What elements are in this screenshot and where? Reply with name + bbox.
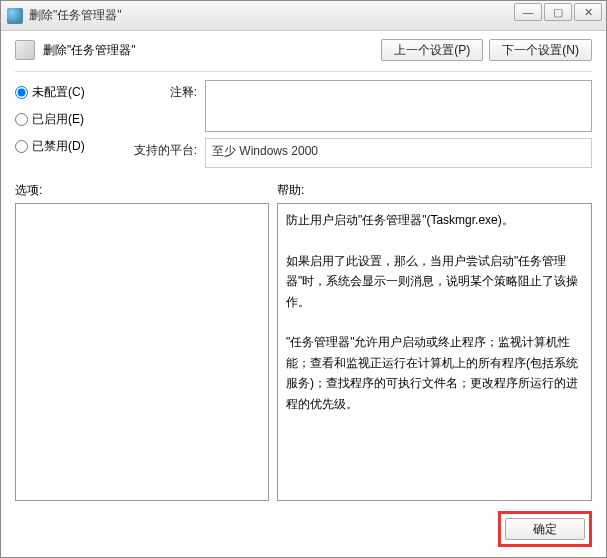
options-column: 选项: xyxy=(15,182,269,501)
state-radio-group: 未配置(C) 已启用(E) 已禁用(D) xyxy=(15,80,115,168)
policy-icon xyxy=(15,40,35,60)
radio-disabled-input[interactable] xyxy=(15,140,28,153)
platform-box: 至少 Windows 2000 xyxy=(205,138,592,168)
divider xyxy=(15,71,592,72)
policy-dialog: 删除"任务管理器" — ▢ ✕ 删除"任务管理器" 上一个设置(P) 下一个设置… xyxy=(0,0,607,558)
radio-disabled[interactable]: 已禁用(D) xyxy=(15,138,115,155)
page-title: 删除"任务管理器" xyxy=(43,42,381,59)
window-title: 删除"任务管理器" xyxy=(29,7,122,24)
nav-buttons: 上一个设置(P) 下一个设置(N) xyxy=(381,39,592,61)
next-setting-button[interactable]: 下一个设置(N) xyxy=(489,39,592,61)
app-icon xyxy=(7,8,23,24)
window-controls: — ▢ ✕ xyxy=(514,3,602,21)
header-row: 删除"任务管理器" 上一个设置(P) 下一个设置(N) xyxy=(15,39,592,61)
radio-not-configured-input[interactable] xyxy=(15,86,28,99)
prev-setting-button[interactable]: 上一个设置(P) xyxy=(381,39,483,61)
content-area: 删除"任务管理器" 上一个设置(P) 下一个设置(N) 未配置(C) 已启用(E… xyxy=(1,31,606,557)
help-column: 帮助: 防止用户启动"任务管理器"(Taskmgr.exe)。 如果启用了此设置… xyxy=(277,182,592,501)
radio-not-configured[interactable]: 未配置(C) xyxy=(15,84,115,101)
platform-row: 支持的平台: 至少 Windows 2000 xyxy=(127,138,592,168)
close-button[interactable]: ✕ xyxy=(574,3,602,21)
fields-column: 注释: 支持的平台: 至少 Windows 2000 xyxy=(127,80,592,168)
comment-label: 注释: xyxy=(127,80,197,101)
ok-button[interactable]: 确定 xyxy=(505,518,585,540)
radio-disabled-label: 已禁用(D) xyxy=(32,138,85,155)
minimize-button[interactable]: — xyxy=(514,3,542,21)
platform-label: 支持的平台: xyxy=(127,138,197,159)
radio-not-configured-label: 未配置(C) xyxy=(32,84,85,101)
radio-enabled-label: 已启用(E) xyxy=(32,111,84,128)
radio-enabled-input[interactable] xyxy=(15,113,28,126)
maximize-button[interactable]: ▢ xyxy=(544,3,572,21)
titlebar: 删除"任务管理器" — ▢ ✕ xyxy=(1,1,606,31)
lower-section: 选项: 帮助: 防止用户启动"任务管理器"(Taskmgr.exe)。 如果启用… xyxy=(15,182,592,501)
options-label: 选项: xyxy=(15,182,269,199)
comment-row: 注释: xyxy=(127,80,592,132)
options-panel xyxy=(15,203,269,501)
radio-enabled[interactable]: 已启用(E) xyxy=(15,111,115,128)
config-area: 未配置(C) 已启用(E) 已禁用(D) 注释: 支持的平台: xyxy=(15,80,592,168)
footer: 确定 xyxy=(15,501,592,547)
ok-highlight: 确定 xyxy=(498,511,592,547)
platform-value: 至少 Windows 2000 xyxy=(212,144,318,158)
comment-textarea[interactable] xyxy=(205,80,592,132)
help-panel: 防止用户启动"任务管理器"(Taskmgr.exe)。 如果启用了此设置，那么，… xyxy=(277,203,592,501)
help-label: 帮助: xyxy=(277,182,592,199)
